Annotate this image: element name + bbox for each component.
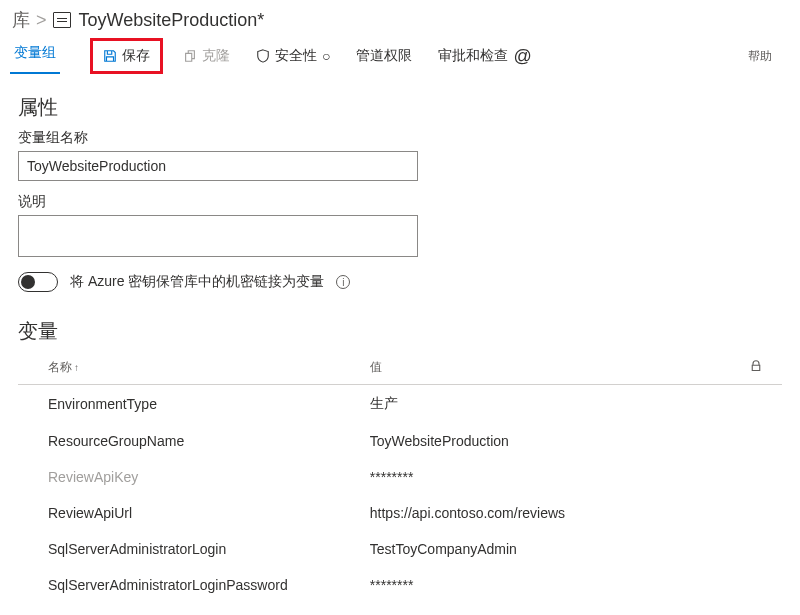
command-bar: 保存 克隆 安全性 ○ 管道权限 审批和检查 @ 帮助 bbox=[90, 38, 790, 74]
variable-lock-cell bbox=[742, 567, 782, 603]
sort-asc-icon: ↑ bbox=[74, 362, 79, 373]
variable-name-cell[interactable]: SqlServerAdministratorLoginPassword bbox=[18, 567, 362, 603]
table-row[interactable]: ResourceGroupNameToyWebsiteProduction bbox=[18, 423, 782, 459]
column-header-lock bbox=[742, 353, 782, 385]
variable-group-icon bbox=[53, 12, 71, 28]
save-icon bbox=[103, 49, 117, 63]
variable-name-cell[interactable]: EnvironmentType bbox=[18, 385, 362, 424]
security-button[interactable]: 安全性 ○ bbox=[250, 43, 336, 69]
variable-value-cell[interactable]: TestToyCompanyAdmin bbox=[362, 531, 742, 567]
table-row[interactable]: EnvironmentType生产 bbox=[18, 385, 782, 424]
variables-heading: 变量 bbox=[18, 318, 782, 345]
variable-value-cell[interactable]: ******** bbox=[362, 459, 742, 495]
save-button[interactable]: 保存 bbox=[90, 38, 163, 74]
clone-button-label: 克隆 bbox=[202, 47, 230, 65]
column-header-value[interactable]: 值 bbox=[362, 353, 742, 385]
properties-heading: 属性 bbox=[18, 94, 782, 121]
clone-button[interactable]: 克隆 bbox=[177, 43, 236, 69]
breadcrumb-separator: > bbox=[36, 10, 47, 31]
approvals-checks-button[interactable]: 审批和检查 @ bbox=[432, 42, 537, 71]
at-icon: @ bbox=[513, 46, 531, 67]
variable-lock-cell bbox=[742, 531, 782, 567]
variable-value-cell[interactable]: ******** bbox=[362, 567, 742, 603]
tab-variable-groups[interactable]: 变量组 bbox=[10, 38, 60, 74]
toolbar: 变量组 保存 克隆 安全性 ○ 管道权限 审批和检查 @ bbox=[0, 34, 800, 80]
table-row[interactable]: SqlServerAdministratorLoginTestToyCompan… bbox=[18, 531, 782, 567]
page-title: ToyWebsiteProduction* bbox=[79, 10, 265, 31]
info-icon[interactable]: i bbox=[336, 275, 350, 289]
lock-icon bbox=[750, 360, 762, 372]
name-field-label: 变量组名称 bbox=[18, 129, 782, 147]
security-status-icon: ○ bbox=[322, 48, 330, 64]
description-field: 说明 bbox=[18, 193, 782, 260]
name-field: 变量组名称 bbox=[18, 129, 782, 181]
description-field-label: 说明 bbox=[18, 193, 782, 211]
variable-value-cell[interactable]: 生产 bbox=[362, 385, 742, 424]
properties-section: 属性 变量组名称 说明 将 Azure 密钥保管库中的机密链接为变量 i bbox=[0, 80, 800, 300]
approvals-label: 审批和检查 bbox=[438, 47, 508, 65]
pipeline-permissions-label: 管道权限 bbox=[356, 47, 412, 65]
variable-value-cell[interactable]: ToyWebsiteProduction bbox=[362, 423, 742, 459]
table-row[interactable]: ReviewApiUrlhttps://api.contoso.com/revi… bbox=[18, 495, 782, 531]
variable-lock-cell bbox=[742, 385, 782, 424]
table-row[interactable]: SqlServerAdministratorLoginPassword*****… bbox=[18, 567, 782, 603]
variable-lock-cell bbox=[742, 459, 782, 495]
variable-name-cell[interactable]: ResourceGroupName bbox=[18, 423, 362, 459]
variables-section: 变量 名称↑ 值 EnvironmentType生产ResourceGroupN… bbox=[0, 300, 800, 611]
breadcrumb: 库 > ToyWebsiteProduction* bbox=[0, 0, 800, 34]
name-input[interactable] bbox=[18, 151, 418, 181]
table-row[interactable]: ReviewApiKey******** bbox=[18, 459, 782, 495]
shield-icon bbox=[256, 49, 270, 63]
column-header-name[interactable]: 名称↑ bbox=[18, 353, 362, 385]
help-link[interactable]: 帮助 bbox=[748, 48, 772, 65]
variable-name-cell[interactable]: ReviewApiKey bbox=[18, 459, 362, 495]
breadcrumb-root[interactable]: 库 bbox=[12, 8, 30, 32]
variable-lock-cell bbox=[742, 495, 782, 531]
clone-icon bbox=[183, 49, 197, 63]
pipeline-permissions-button[interactable]: 管道权限 bbox=[350, 43, 418, 69]
keyvault-toggle-label: 将 Azure 密钥保管库中的机密链接为变量 bbox=[70, 273, 324, 291]
variable-lock-cell bbox=[742, 423, 782, 459]
security-button-label: 安全性 bbox=[275, 47, 317, 65]
variable-value-cell[interactable]: https://api.contoso.com/reviews bbox=[362, 495, 742, 531]
keyvault-link-row: 将 Azure 密钥保管库中的机密链接为变量 i bbox=[18, 272, 782, 292]
description-input[interactable] bbox=[18, 215, 418, 257]
variables-table: 名称↑ 值 EnvironmentType生产ResourceGroupName… bbox=[18, 353, 782, 603]
save-button-label: 保存 bbox=[122, 47, 150, 65]
variable-name-cell[interactable]: ReviewApiUrl bbox=[18, 495, 362, 531]
keyvault-toggle[interactable] bbox=[18, 272, 58, 292]
variable-name-cell[interactable]: SqlServerAdministratorLogin bbox=[18, 531, 362, 567]
